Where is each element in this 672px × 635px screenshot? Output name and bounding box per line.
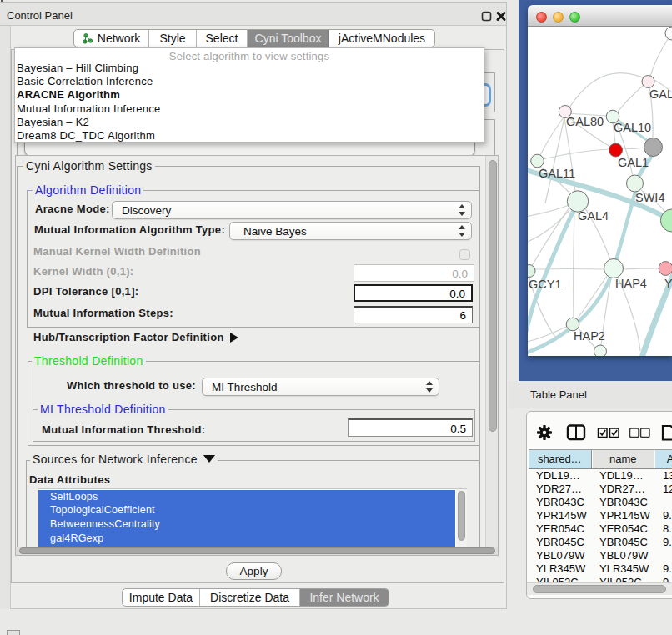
svg-text:GAL80: GAL80	[566, 115, 604, 128]
svg-text:GAL11: GAL11	[539, 167, 575, 180]
svg-text:GAL10: GAL10	[614, 121, 651, 134]
svg-text:SWI4: SWI4	[635, 191, 664, 204]
svg-text:HAP2: HAP2	[574, 329, 605, 342]
svg-text:GAL7: GAL7	[649, 88, 672, 101]
svg-text:GAL1: GAL1	[618, 156, 649, 169]
svg-text:HAP4: HAP4	[615, 277, 647, 290]
svg-text:GAL4: GAL4	[578, 209, 609, 222]
svg-text:GCY1: GCY1	[529, 278, 562, 291]
svg-text:Y: Y	[664, 277, 672, 290]
